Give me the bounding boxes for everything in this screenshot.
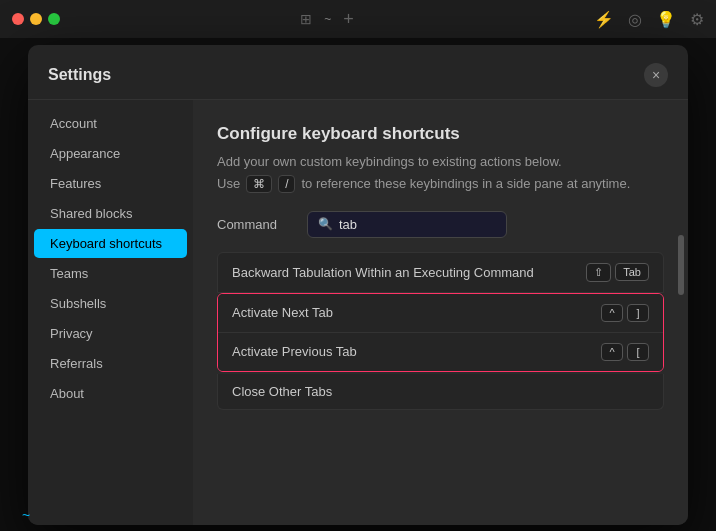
shortcut-name-close-tabs: Close Other Tabs	[232, 384, 332, 399]
shortcut-name-prev-tab: Activate Previous Tab	[232, 344, 357, 359]
sidebar-toggle-icon[interactable]: ⊞	[300, 11, 312, 27]
key-shift: ⇧	[586, 263, 611, 282]
settings-title: Settings	[48, 66, 111, 84]
minimize-traffic-light[interactable]	[30, 13, 42, 25]
key-ctrl-1: ^	[601, 304, 623, 322]
close-traffic-light[interactable]	[12, 13, 24, 25]
sidebar-item-subshells[interactable]: Subshells	[34, 289, 187, 318]
shortcut-row-next-tab: Activate Next Tab ^ ]	[218, 294, 663, 333]
highlighted-shortcuts-list: Activate Next Tab ^ ] Activate Previous …	[217, 293, 664, 372]
titlebar-right-icons: ⚡ ◎ 💡 ⚙	[594, 10, 704, 29]
search-input-wrapper: 🔍	[307, 211, 507, 238]
shortcut-row-backward-tab: Backward Tabulation Within an Executing …	[217, 252, 664, 293]
settings-sidebar: Account Appearance Features Shared block…	[28, 100, 193, 525]
close-settings-button[interactable]: ×	[644, 63, 668, 87]
sidebar-item-keyboard-shortcuts[interactable]: Keyboard shortcuts	[34, 229, 187, 258]
bottom-indicator: ~	[22, 507, 30, 523]
modal-overlay: Settings × Account Appearance Features S…	[0, 38, 716, 531]
titlebar-tab-text: ~	[324, 12, 331, 26]
ref-prefix: Use	[217, 176, 240, 191]
sidebar-item-teams[interactable]: Teams	[34, 259, 187, 288]
lightbulb-icon[interactable]: 💡	[656, 10, 676, 29]
search-icon: 🔍	[318, 217, 333, 231]
command-search-row: Command 🔍	[217, 211, 664, 238]
key-bracket-left: [	[627, 343, 649, 361]
ref-key2: /	[278, 175, 295, 193]
shortcut-name-next-tab: Activate Next Tab	[232, 305, 333, 320]
shortcut-row-close-other-tabs: Close Other Tabs	[217, 374, 664, 410]
ref-suffix: to reference these keybindings in a side…	[301, 176, 630, 191]
shortcut-keys-prev-tab: ^ [	[601, 343, 649, 361]
gear-icon[interactable]: ⚙	[690, 10, 704, 29]
sidebar-item-referrals[interactable]: Referrals	[34, 349, 187, 378]
settings-modal: Settings × Account Appearance Features S…	[28, 45, 688, 525]
sidebar-item-account[interactable]: Account	[34, 109, 187, 138]
key-ctrl-2: ^	[601, 343, 623, 361]
sidebar-item-privacy[interactable]: Privacy	[34, 319, 187, 348]
content-title: Configure keyboard shortcuts	[217, 124, 664, 144]
key-bracket-right: ]	[627, 304, 649, 322]
sidebar-item-shared-blocks[interactable]: Shared blocks	[34, 199, 187, 228]
new-tab-button[interactable]: +	[343, 9, 354, 30]
command-label: Command	[217, 217, 307, 232]
command-search-input[interactable]	[339, 217, 496, 232]
app-window: Settings × Account Appearance Features S…	[0, 38, 716, 531]
keyboard-shortcuts-content: Configure keyboard shortcuts Add your ow…	[193, 100, 688, 525]
traffic-lights	[12, 13, 60, 25]
settings-header: Settings ×	[28, 45, 688, 100]
settings-body: Account Appearance Features Shared block…	[28, 100, 688, 525]
keybinding-reference: Use ⌘ / to reference these keybindings i…	[217, 175, 664, 193]
sidebar-item-features[interactable]: Features	[34, 169, 187, 198]
sidebar-item-appearance[interactable]: Appearance	[34, 139, 187, 168]
titlebar: ⊞ ~ + ⚡ ◎ 💡 ⚙	[0, 0, 716, 38]
shortcut-keys-backward-tab: ⇧ Tab	[586, 263, 649, 282]
circle-icon[interactable]: ◎	[628, 10, 642, 29]
shortcut-keys-next-tab: ^ ]	[601, 304, 649, 322]
sidebar-item-about[interactable]: About	[34, 379, 187, 408]
content-description: Add your own custom keybindings to exist…	[217, 154, 664, 169]
shortcut-row-prev-tab: Activate Previous Tab ^ [	[218, 333, 663, 371]
bolt-icon[interactable]: ⚡	[594, 10, 614, 29]
scrollbar-thumb[interactable]	[678, 235, 684, 295]
key-tab: Tab	[615, 263, 649, 281]
scrollbar-track[interactable]	[678, 120, 684, 505]
shortcut-name-backward-tab: Backward Tabulation Within an Executing …	[232, 265, 534, 280]
titlebar-center: ⊞ ~ +	[60, 9, 594, 30]
ref-key1: ⌘	[246, 175, 272, 193]
maximize-traffic-light[interactable]	[48, 13, 60, 25]
